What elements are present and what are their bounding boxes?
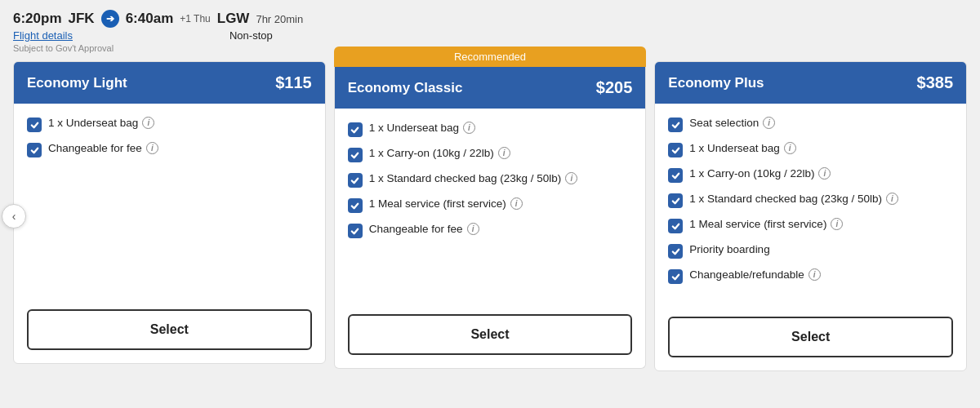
economy-classic-title: Economy Classic bbox=[348, 80, 463, 96]
feature-meal: 1 Meal service (first service) i bbox=[668, 218, 953, 233]
feature-text: Changeable/refundable i bbox=[689, 268, 820, 281]
feature-text: Priority boarding bbox=[689, 243, 769, 255]
economy-light-title: Economy Light bbox=[27, 75, 127, 91]
economy-plus-title: Economy Plus bbox=[668, 75, 764, 91]
flight-details-link[interactable]: Flight details bbox=[13, 29, 73, 42]
check-icon bbox=[668, 168, 683, 183]
economy-light-header: Economy Light $115 bbox=[14, 62, 325, 104]
economy-classic-price: $205 bbox=[596, 78, 633, 97]
check-icon bbox=[668, 193, 683, 208]
prev-nav-button[interactable]: ‹ bbox=[2, 204, 26, 228]
check-icon bbox=[668, 219, 683, 233]
recommended-badge: Recommended bbox=[334, 47, 647, 67]
info-icon[interactable]: i bbox=[763, 117, 775, 129]
nonstop-label: Non-stop bbox=[229, 29, 273, 42]
route-arrow-icon: ➔ bbox=[101, 10, 119, 28]
info-icon[interactable]: i bbox=[146, 142, 158, 154]
economy-classic-card: Economy Classic $205 1 x Underseat bag i bbox=[334, 67, 647, 369]
economy-classic-header: Economy Classic $205 bbox=[335, 67, 646, 109]
feature-text: 1 x Standard checked bag (23kg / 50lb) i bbox=[369, 172, 578, 184]
feature-text: Seat selection i bbox=[689, 117, 775, 129]
check-icon bbox=[348, 198, 363, 213]
check-icon bbox=[348, 122, 363, 137]
feature-underseat-bag: 1 x Underseat bag i bbox=[668, 142, 953, 157]
feature-text: Changeable for fee i bbox=[48, 142, 158, 154]
feature-checked-bag: 1 x Standard checked bag (23kg / 50lb) i bbox=[668, 193, 953, 208]
feature-priority-boarding: Priority boarding bbox=[668, 243, 953, 259]
economy-classic-wrapper: Recommended Economy Classic $205 1 x Und… bbox=[334, 47, 647, 369]
feature-text: 1 x Underseat bag i bbox=[689, 142, 795, 154]
info-icon[interactable]: i bbox=[467, 223, 479, 235]
feature-text: Changeable for fee i bbox=[369, 223, 479, 235]
economy-light-body: 1 x Underseat bag i Changeable for fee i bbox=[14, 104, 325, 299]
depart-airport: JFK bbox=[69, 11, 95, 27]
depart-time: 6:20pm bbox=[13, 11, 62, 27]
economy-light-wrapper: Economy Light $115 1 x Underseat bag i bbox=[13, 61, 326, 364]
feature-changeable-fee: Changeable for fee i bbox=[348, 223, 633, 238]
check-icon bbox=[27, 143, 42, 157]
check-icon bbox=[668, 269, 683, 284]
feature-refundable: Changeable/refundable i bbox=[668, 268, 953, 284]
feature-underseat-bag: 1 x Underseat bag i bbox=[27, 117, 312, 132]
economy-plus-header: Economy Plus $385 bbox=[655, 62, 966, 104]
feature-text: 1 x Underseat bag i bbox=[369, 122, 475, 134]
info-icon[interactable]: i bbox=[784, 142, 796, 154]
info-icon[interactable]: i bbox=[831, 218, 843, 230]
feature-carryon: 1 x Carry-on (10kg / 22lb) i bbox=[668, 167, 953, 183]
economy-plus-card: Economy Plus $385 Seat selection i bbox=[654, 61, 967, 371]
economy-light-footer: Select bbox=[14, 299, 325, 363]
economy-plus-select-button[interactable]: Select bbox=[668, 317, 953, 357]
economy-light-card: Economy Light $115 1 x Underseat bag i bbox=[13, 61, 326, 364]
info-icon[interactable]: i bbox=[886, 193, 898, 205]
economy-plus-body: Seat selection i 1 x Underseat bag i bbox=[655, 104, 966, 307]
feature-text: 1 x Underseat bag i bbox=[48, 117, 154, 129]
feature-carryon: 1 x Carry-on (10kg / 22lb) i bbox=[348, 147, 633, 162]
economy-light-price: $115 bbox=[275, 73, 312, 92]
economy-plus-price: $385 bbox=[917, 73, 954, 92]
feature-changeable-fee: Changeable for fee i bbox=[27, 142, 312, 157]
economy-light-select-button[interactable]: Select bbox=[27, 309, 312, 350]
economy-plus-footer: Select bbox=[655, 307, 966, 370]
feature-meal: 1 Meal service (first service) i bbox=[348, 197, 633, 213]
feature-underseat-bag: 1 x Underseat bag i bbox=[348, 122, 633, 137]
arrive-time: 6:40am bbox=[126, 11, 174, 27]
check-icon bbox=[668, 118, 683, 132]
feature-seat-selection: Seat selection i bbox=[668, 117, 953, 132]
economy-classic-body: 1 x Underseat bag i 1 x Carry-on (10kg /… bbox=[335, 109, 646, 304]
feature-text: 1 x Standard checked bag (23kg / 50lb) i bbox=[689, 193, 898, 205]
duration: 7hr 20min bbox=[256, 13, 303, 25]
feature-text: 1 Meal service (first service) i bbox=[369, 197, 523, 210]
flight-route: 6:20pm JFK ➔ 6:40am +1 Thu LGW 7hr 20min bbox=[13, 10, 967, 28]
check-icon bbox=[348, 148, 363, 162]
economy-plus-wrapper: Economy Plus $385 Seat selection i bbox=[654, 61, 967, 371]
arrive-airport: LGW bbox=[217, 11, 250, 27]
info-icon[interactable]: i bbox=[142, 117, 154, 129]
info-icon[interactable]: i bbox=[498, 147, 510, 159]
info-icon[interactable]: i bbox=[818, 167, 831, 180]
check-icon bbox=[668, 244, 683, 259]
feature-checked-bag: 1 x Standard checked bag (23kg / 50lb) i bbox=[348, 172, 633, 188]
check-icon bbox=[348, 224, 363, 238]
fare-cards-container: ‹ Economy Light $115 1 x Underseat bag i bbox=[13, 61, 967, 371]
info-icon[interactable]: i bbox=[808, 268, 821, 281]
feature-text: 1 Meal service (first service) i bbox=[689, 218, 843, 230]
check-icon bbox=[668, 143, 683, 157]
info-icon[interactable]: i bbox=[463, 122, 475, 134]
economy-classic-footer: Select bbox=[335, 304, 646, 368]
info-icon[interactable]: i bbox=[565, 172, 577, 184]
plus-day: +1 Thu bbox=[180, 13, 210, 24]
flight-sub: Flight details Non-stop bbox=[13, 29, 967, 42]
feature-text: 1 x Carry-on (10kg / 22lb) i bbox=[369, 147, 510, 159]
feature-text: 1 x Carry-on (10kg / 22lb) i bbox=[689, 167, 831, 180]
check-icon bbox=[348, 173, 363, 188]
check-icon bbox=[27, 118, 42, 132]
info-icon[interactable]: i bbox=[510, 197, 523, 210]
economy-classic-select-button[interactable]: Select bbox=[348, 314, 633, 355]
